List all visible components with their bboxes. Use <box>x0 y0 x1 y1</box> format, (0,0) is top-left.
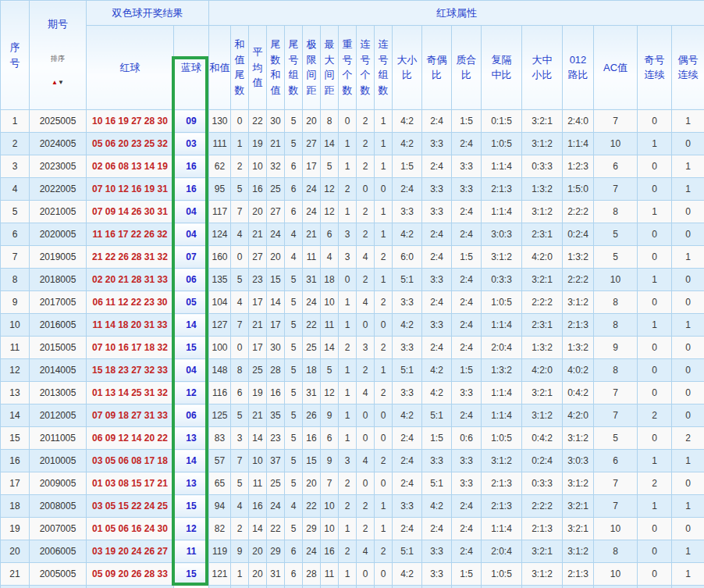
results-body: 1202500510 16 19 27 28 30091300223052080… <box>1 110 704 588</box>
blue-ball-cell: 03 <box>174 133 209 155</box>
attr-cell: 4 <box>231 223 249 246</box>
attr-cell: 4 <box>321 246 339 269</box>
attr-cell: 4 <box>357 540 375 563</box>
col-header-consecutive-groups: 连号 组数 <box>375 25 393 110</box>
attr-cell: 1 <box>339 133 357 155</box>
attr-cell: 3:1:2 <box>522 201 563 223</box>
sort-asc-icon[interactable]: ▲ <box>52 79 58 86</box>
lottery-results-table: 序 号 期号 排序 ▲▼ 双色球开奖结果 红球属性 红球 蓝球 和值 和 <box>0 0 704 588</box>
period-cell: 2014005 <box>30 359 87 382</box>
attr-cell: 11 <box>321 563 339 586</box>
attr-cell: 2:4 <box>393 450 422 472</box>
attr-cell: 2 <box>375 291 393 314</box>
attr-cell: 0 <box>638 563 672 586</box>
attr-cell: 2 <box>357 269 375 291</box>
table-row: 18200800503 05 15 22 24 2515944162442210… <box>1 495 704 518</box>
column-header-row: 红球 蓝球 和值 和值 尾数 平均 值 尾数 和值 尾号 组数 极限 间距 最大… <box>1 25 704 110</box>
table-row: 19200700501 05 06 16 24 3012822142252910… <box>1 518 704 540</box>
blue-ball-cell: 15 <box>174 337 209 359</box>
attr-cell: 2 <box>375 246 393 269</box>
attr-cell: 3 <box>231 427 249 450</box>
table-row: 20200600503 19 20 24 26 2711119920296241… <box>1 540 704 563</box>
attr-cell: 1:1:4 <box>563 133 594 155</box>
attr-cell: 2:4 <box>452 314 482 337</box>
attr-cell: 1 <box>672 495 704 518</box>
attr-cell: 1 <box>672 110 704 133</box>
attr-cell: 2:4 <box>422 223 452 246</box>
attr-cell: 62 <box>209 155 231 178</box>
seq-cell: 3 <box>1 155 30 178</box>
attr-cell: 0 <box>638 427 672 450</box>
attr-cell: 2 <box>375 337 393 359</box>
attr-cell: 10 <box>594 269 638 291</box>
attr-cell: 25 <box>249 359 267 382</box>
attr-cell: 2:4 <box>422 291 452 314</box>
attr-cell: 3:3 <box>393 495 422 518</box>
attr-cell: 1 <box>375 359 393 382</box>
attr-cell: 1 <box>375 155 393 178</box>
seq-cell: 7 <box>1 246 30 269</box>
attr-cell: 4:2 <box>393 110 422 133</box>
attr-cell: 28 <box>267 359 285 382</box>
attr-cell: 2:1:3 <box>522 518 563 540</box>
attr-cell: 14 <box>321 337 339 359</box>
seq-cell: 15 <box>1 427 30 450</box>
attr-cell: 5 <box>285 518 303 540</box>
red-balls-cell: 05 09 20 26 28 33 <box>87 563 174 586</box>
red-balls-cell: 03 19 20 24 26 27 <box>87 540 174 563</box>
attr-cell: 1:1:4 <box>482 404 522 427</box>
blue-ball-cell: 04 <box>174 223 209 246</box>
col-header-period: 期号 排序 ▲▼ <box>30 1 87 110</box>
seq-cell: 21 <box>1 563 30 586</box>
attr-cell: 1 <box>339 427 357 450</box>
period-cell: 2018005 <box>30 269 87 291</box>
attr-cell: 0 <box>638 155 672 178</box>
attr-cell: 4:2 <box>393 133 422 155</box>
attr-cell: 5 <box>231 404 249 427</box>
attr-cell: 16 <box>267 382 285 404</box>
attr-cell: 121 <box>209 563 231 586</box>
col-header-repeat-count: 重号 个数 <box>339 25 357 110</box>
red-balls-cell: 10 16 19 27 28 30 <box>87 110 174 133</box>
attr-cell: 3:1:2 <box>563 427 594 450</box>
attr-cell: 8 <box>594 201 638 223</box>
period-cell: 2011005 <box>30 427 87 450</box>
red-balls-cell: 05 06 20 23 25 32 <box>87 133 174 155</box>
period-cell: 2024005 <box>30 133 87 155</box>
lottery-results-table-wrap: 序 号 期号 排序 ▲▼ 双色球开奖结果 红球属性 红球 蓝球 和值 和 <box>0 0 704 588</box>
col-header-limit-gap: 极限 间距 <box>303 25 321 110</box>
sort-desc-icon[interactable]: ▼ <box>58 79 64 86</box>
col-header-big-small-ratio: 大小 比 <box>393 25 422 110</box>
attr-cell: 2:4 <box>422 518 452 540</box>
attr-cell: 0 <box>375 314 393 337</box>
attr-cell: 5 <box>285 291 303 314</box>
attr-cell: 4:2 <box>393 314 422 337</box>
attr-cell: 0 <box>375 404 393 427</box>
attr-cell: 14 <box>249 427 267 450</box>
attr-cell: 32 <box>267 155 285 178</box>
attr-cell: 1 <box>638 450 672 472</box>
table-row: 3202300502 06 08 13 14 19166221032617512… <box>1 155 704 178</box>
attr-cell: 1 <box>638 269 672 291</box>
attr-cell: 20 <box>249 563 267 586</box>
attr-cell: 16 <box>249 178 267 201</box>
attr-cell: 35 <box>267 404 285 427</box>
attr-cell: 1 <box>375 223 393 246</box>
attr-cell: 5 <box>594 223 638 246</box>
attr-cell: 2:4 <box>452 518 482 540</box>
attr-cell: 1 <box>339 404 357 427</box>
attr-cell: 25 <box>267 472 285 495</box>
attr-cell: 0 <box>231 110 249 133</box>
col-header-odd-streak: 奇号 连续 <box>638 25 672 110</box>
attr-cell: 5 <box>285 269 303 291</box>
seq-cell: 12 <box>1 359 30 382</box>
sort-control[interactable]: 排序 ▲▼ <box>30 48 86 94</box>
attr-cell: 10 <box>321 495 339 518</box>
seq-cell: 10 <box>1 314 30 337</box>
attr-cell: 3:3 <box>452 382 482 404</box>
attr-cell: 4 <box>357 450 375 472</box>
blue-ball-cell: 12 <box>174 518 209 540</box>
attr-cell: 22 <box>249 110 267 133</box>
attr-cell: 5 <box>285 472 303 495</box>
seq-cell: 1 <box>1 110 30 133</box>
